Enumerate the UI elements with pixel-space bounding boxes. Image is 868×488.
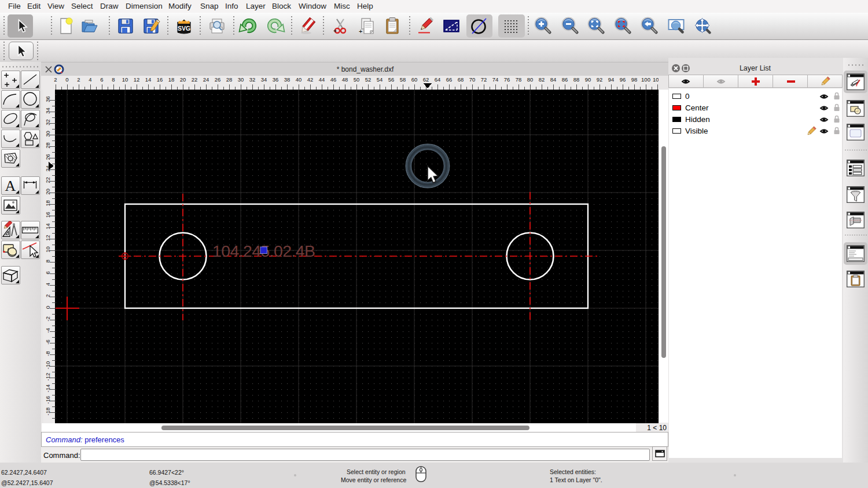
svg-text:SVG: SVG <box>178 25 190 32</box>
svg-text:A: A <box>5 178 16 194</box>
svg-text:+: + <box>359 28 362 35</box>
svg-text:+: + <box>333 28 337 34</box>
